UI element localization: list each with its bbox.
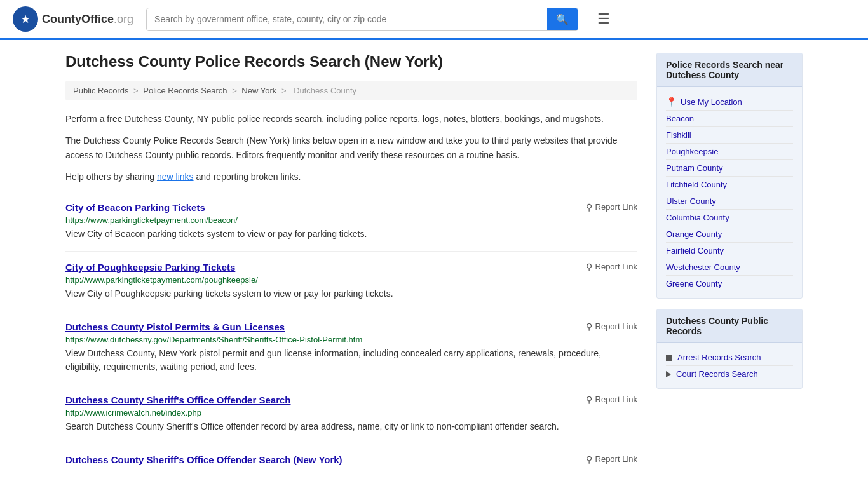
record-item: Dutchess County Pistol Permits & Gun Lic… [65, 311, 637, 384]
record-desc: View City of Beacon parking tickets syst… [65, 227, 637, 241]
page-title: Dutchess County Police Records Search (N… [65, 53, 637, 71]
record-header: Dutchess County Sheriff's Office Offende… [65, 454, 637, 465]
bullet-icon [666, 371, 671, 377]
report-icon: ⚲ [586, 395, 592, 405]
public-records-section: Dutchess County Public Records Arrest Re… [656, 309, 803, 389]
nearby-link[interactable]: Beacon [666, 111, 793, 127]
record-item: Dutchess County Sheriff's Office Offende… [65, 384, 637, 444]
search-button[interactable]: 🔍 [547, 8, 578, 30]
record-url[interactable]: https://www.dutchessny.gov/Departments/S… [65, 335, 637, 344]
nearby-link[interactable]: Fairfield County [666, 243, 793, 259]
menu-button[interactable]: ☰ [597, 11, 610, 27]
breadcrumb-current: Dutchess County [294, 86, 356, 95]
sidebar: Police Records Search near Dutchess Coun… [656, 53, 803, 478]
record-title[interactable]: Dutchess County Sheriff's Office Offende… [65, 454, 342, 465]
record-title[interactable]: City of Poughkeepsie Parking Tickets [65, 262, 235, 273]
description-1: Perform a free Dutchess County, NY publi… [65, 112, 637, 126]
report-link[interactable]: ⚲ Report Link [586, 262, 637, 272]
record-url[interactable]: http://www.icrimewatch.net/index.php [65, 408, 637, 417]
record-url[interactable]: http://www.parkingticketpayment.com/poug… [65, 275, 637, 285]
breadcrumb: Public Records > Police Records Search >… [65, 81, 637, 100]
logo-icon: ★ [13, 6, 38, 32]
record-desc: View Dutchess County, New York pistol pe… [65, 347, 637, 374]
public-records-links: Arrest Records SearchCourt Records Searc… [666, 349, 793, 382]
new-links-link[interactable]: new links [157, 172, 194, 182]
public-records-link[interactable]: Court Records Search [666, 366, 793, 382]
report-icon: ⚲ [586, 322, 592, 332]
report-icon: ⚲ [586, 454, 592, 464]
logo[interactable]: ★ CountyOffice.org [13, 6, 133, 32]
records-list: City of Beacon Parking Tickets ⚲ Report … [65, 192, 637, 478]
nearby-link[interactable]: Orange County [666, 226, 793, 243]
breadcrumb-new-york[interactable]: New York [241, 86, 276, 95]
record-title[interactable]: Dutchess County Pistol Permits & Gun Lic… [65, 322, 285, 332]
breadcrumb-public-records[interactable]: Public Records [73, 86, 128, 95]
search-input[interactable] [147, 9, 547, 29]
public-records-title: Dutchess County Public Records [657, 309, 802, 343]
report-icon: ⚲ [586, 262, 592, 272]
report-link[interactable]: ⚲ Report Link [586, 322, 637, 332]
record-header: Dutchess County Sheriff's Office Offende… [65, 395, 637, 405]
nearby-section: Police Records Search near Dutchess Coun… [656, 53, 803, 299]
nearby-links: BeaconFishkillPoughkeepsiePutnam CountyL… [666, 111, 793, 292]
record-item: City of Beacon Parking Tickets ⚲ Report … [65, 192, 637, 252]
nearby-link[interactable]: Fishkill [666, 127, 793, 144]
nearby-link[interactable]: Ulster County [666, 193, 793, 210]
main-container: Dutchess County Police Records Search (N… [53, 40, 815, 488]
description-3: Help others by sharing new links and rep… [65, 170, 637, 184]
record-title[interactable]: City of Beacon Parking Tickets [65, 202, 205, 213]
report-link[interactable]: ⚲ Report Link [586, 395, 637, 405]
nearby-title: Police Records Search near Dutchess Coun… [657, 53, 802, 87]
record-title[interactable]: Dutchess County Sheriff's Office Offende… [65, 395, 290, 405]
search-bar: 🔍 [146, 8, 578, 31]
nearby-link[interactable]: Putnam County [666, 160, 793, 177]
nearby-link[interactable]: Poughkeepsie [666, 144, 793, 160]
record-item: Dutchess County Sheriff's Office Offende… [65, 444, 637, 478]
breadcrumb-police-records-search[interactable]: Police Records Search [143, 86, 227, 95]
record-url[interactable]: https://www.parkingticketpayment.com/bea… [65, 215, 637, 225]
nearby-body: 📍 Use My Location BeaconFishkillPoughkee… [657, 87, 802, 298]
location-icon: 📍 [666, 97, 677, 107]
nearby-link[interactable]: Litchfield County [666, 177, 793, 193]
record-header: City of Poughkeepsie Parking Tickets ⚲ R… [65, 262, 637, 273]
report-link[interactable]: ⚲ Report Link [586, 454, 637, 464]
record-desc: View City of Poughkeepsie parking ticket… [65, 287, 637, 301]
logo-text: CountyOffice.org [42, 13, 133, 26]
public-records-body: Arrest Records SearchCourt Records Searc… [657, 343, 802, 388]
report-icon: ⚲ [586, 202, 592, 212]
nearby-link[interactable]: Westchester County [666, 259, 793, 276]
nearby-link[interactable]: Greene County [666, 276, 793, 292]
report-link[interactable]: ⚲ Report Link [586, 202, 637, 212]
record-item: City of Poughkeepsie Parking Tickets ⚲ R… [65, 252, 637, 311]
nearby-link[interactable]: Columbia County [666, 210, 793, 226]
record-header: Dutchess County Pistol Permits & Gun Lic… [65, 322, 637, 332]
site-header: ★ CountyOffice.org 🔍 ☰ [0, 0, 868, 40]
public-records-link[interactable]: Arrest Records Search [666, 349, 793, 366]
bullet-icon [666, 355, 672, 361]
content-area: Dutchess County Police Records Search (N… [65, 53, 637, 478]
description-2: The Dutchess County Police Records Searc… [65, 133, 637, 162]
record-desc: Search Dutchess County Sheriff's Office … [65, 420, 637, 433]
use-location-link[interactable]: 📍 Use My Location [666, 93, 793, 111]
record-header: City of Beacon Parking Tickets ⚲ Report … [65, 202, 637, 213]
